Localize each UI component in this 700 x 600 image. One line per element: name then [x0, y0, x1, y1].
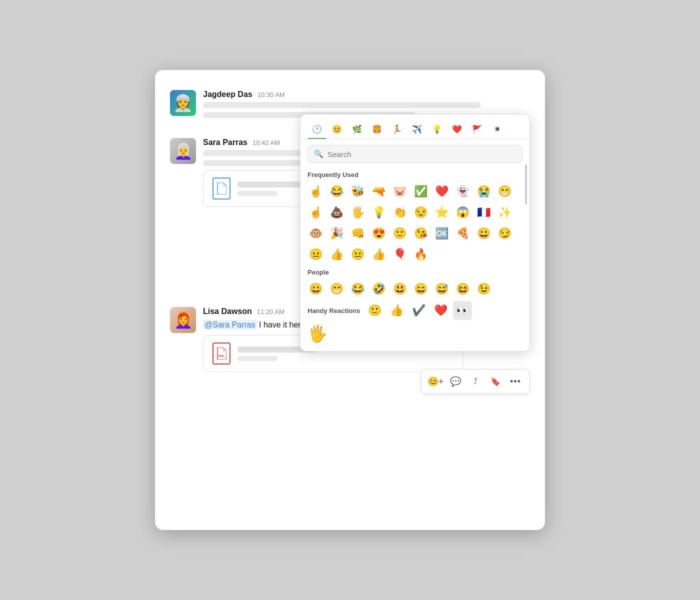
emoji-btn[interactable]: ☝️: [306, 202, 326, 222]
timestamp-lisa: 11:20 AM: [257, 308, 284, 316]
emoji-btn[interactable]: 👍: [326, 244, 346, 264]
emoji-btn[interactable]: 🍕: [452, 224, 472, 244]
handy-reaction-thumbs-up[interactable]: 👍: [387, 301, 406, 320]
emoji-btn[interactable]: ☝️: [306, 182, 326, 202]
search-icon: 🔍: [314, 150, 324, 158]
emoji-btn[interactable]: 👏: [390, 202, 410, 222]
action-toolbar: 😊+ 💬 ⤴ 🔖 •••: [421, 369, 530, 394]
tab-recent[interactable]: 🕐: [308, 120, 326, 138]
emoji-grid-people: 😀 😁 😂 🤣 😃 😄 😅 😆 😉: [300, 279, 530, 299]
bookmark-icon: 🔖: [490, 377, 500, 386]
emoji-btn[interactable]: 😘: [410, 224, 430, 244]
emoji-btn[interactable]: 😁: [326, 279, 346, 299]
tab-activity[interactable]: 🏃: [388, 120, 406, 138]
handy-reaction-eyes[interactable]: 👀: [453, 301, 472, 320]
emoji-btn[interactable]: 😀: [306, 279, 326, 299]
handy-reaction-heart[interactable]: ❤️: [431, 301, 450, 320]
section-label-people: People: [300, 264, 530, 279]
tab-flags[interactable]: 🚩: [468, 120, 486, 138]
emoji-btn[interactable]: ✨: [494, 202, 514, 222]
emoji-btn[interactable]: 😂: [348, 279, 368, 299]
emoji-btn[interactable]: 😏: [494, 224, 514, 244]
timestamp-jagdeep: 10:30 AM: [258, 91, 285, 98]
svg-text:PDF: PDF: [218, 354, 224, 358]
file-size-line: [238, 191, 278, 196]
handy-reaction-smile[interactable]: 🙂: [365, 301, 384, 320]
emoji-btn[interactable]: 😍: [368, 224, 388, 244]
emoji-btn[interactable]: 😱: [452, 202, 472, 222]
emoji-btn[interactable]: ✅: [410, 182, 430, 202]
avatar-sara: 👩‍🦳: [170, 138, 196, 164]
tab-nature[interactable]: 🌿: [348, 120, 366, 138]
file-size-line-lisa: [238, 356, 278, 361]
emoji-search-bar: 🔍: [308, 145, 522, 163]
emoji-btn[interactable]: 🇫🇷: [474, 202, 494, 222]
emoji-btn[interactable]: 😅: [432, 279, 452, 299]
avatar-lisa: 👩‍🦰: [170, 307, 196, 333]
emoji-btn[interactable]: 😃: [390, 279, 410, 299]
chat-window: 👳 Jagdeep Das 10:30 AM 👩‍🦳 Sara Parras 1…: [155, 70, 545, 530]
share-button[interactable]: ⤴: [466, 372, 484, 390]
tab-people[interactable]: 😊: [328, 120, 346, 138]
sender-name-sara: Sara Parras: [203, 138, 248, 147]
emoji-btn[interactable]: 💩: [326, 202, 346, 222]
handy-reactions-row: Handy Reactions 🙂 👍 ✔️ ❤️ 👀: [300, 299, 530, 322]
emoji-btn[interactable]: 😒: [410, 202, 430, 222]
tab-objects[interactable]: 💡: [428, 120, 446, 138]
emoji-btn[interactable]: 🐷: [390, 182, 410, 202]
file-icon-generic: [212, 178, 230, 200]
emoji-btn[interactable]: 🖐️: [348, 202, 368, 222]
message-line-1: [203, 102, 481, 108]
section-label-frequently-used: Frequently Used: [300, 167, 530, 182]
tab-travel[interactable]: ✈️: [408, 120, 426, 138]
emoji-btn[interactable]: 😉: [474, 279, 494, 299]
emoji-search-input[interactable]: [328, 150, 516, 158]
message-header-jagdeep: Jagdeep Das 10:30 AM: [203, 90, 530, 99]
emoji-btn[interactable]: 💡: [368, 202, 388, 222]
tab-symbols[interactable]: ❤️: [448, 120, 466, 138]
emoji-btn[interactable]: 😂: [326, 182, 346, 202]
floating-hand-emoji: 🖐️: [300, 322, 530, 343]
emoji-add-icon: 😊+: [428, 376, 444, 387]
emoji-btn[interactable]: 👻: [452, 182, 472, 202]
handy-reactions-label: Handy Reactions: [308, 307, 360, 314]
mention-sara: @Sara Parras: [203, 320, 257, 330]
emoji-btn[interactable]: 😐: [306, 244, 326, 264]
emoji-btn[interactable]: 🐵: [306, 224, 326, 244]
bookmark-button[interactable]: 🔖: [486, 372, 504, 390]
handy-reaction-check[interactable]: ✔️: [409, 301, 428, 320]
emoji-btn[interactable]: 🎉: [326, 224, 346, 244]
emoji-btn[interactable]: 😁: [494, 182, 514, 202]
emoji-btn[interactable]: 🙂: [390, 224, 410, 244]
emoji-btn[interactable]: 😐: [348, 244, 368, 264]
file-icon-pdf: PDF: [212, 342, 230, 364]
emoji-btn[interactable]: 🐝: [348, 182, 368, 202]
share-icon: ⤴: [474, 377, 478, 386]
add-reaction-button[interactable]: 😊+: [426, 372, 444, 390]
more-icon: •••: [510, 376, 521, 387]
emoji-btn[interactable]: 🔫: [368, 182, 388, 202]
comment-icon: 💬: [450, 376, 461, 387]
emoji-tabs: 🕐 😊 🌿 🍔 🏃 ✈️ 💡 ❤️ 🚩 ✳: [300, 114, 530, 139]
emoji-btn[interactable]: 😀: [474, 224, 494, 244]
emoji-btn[interactable]: ⭐: [432, 202, 452, 222]
emoji-btn[interactable]: ❤️: [432, 182, 452, 202]
emoji-btn[interactable]: 👍: [368, 244, 388, 264]
emoji-btn[interactable]: 🎈: [390, 244, 410, 264]
sender-name-lisa: Lisa Dawson: [203, 307, 252, 316]
scrollbar-thumb: [525, 164, 527, 204]
emoji-btn[interactable]: 🔥: [410, 244, 430, 264]
more-options-button[interactable]: •••: [506, 372, 524, 390]
timestamp-sara: 10:42 AM: [252, 139, 280, 146]
tab-food[interactable]: 🍔: [368, 120, 386, 138]
sender-name-jagdeep: Jagdeep Das: [203, 90, 252, 99]
emoji-btn[interactable]: 😭: [474, 182, 494, 202]
emoji-btn[interactable]: 👊: [348, 224, 368, 244]
comment-button[interactable]: 💬: [446, 372, 464, 390]
emoji-btn[interactable]: 🤣: [368, 279, 388, 299]
scrollbar[interactable]: [524, 144, 528, 343]
tab-slack[interactable]: ✳: [488, 120, 506, 138]
emoji-btn[interactable]: 😆: [452, 279, 472, 299]
emoji-btn[interactable]: 🆗: [432, 224, 452, 244]
emoji-btn[interactable]: 😄: [410, 279, 430, 299]
